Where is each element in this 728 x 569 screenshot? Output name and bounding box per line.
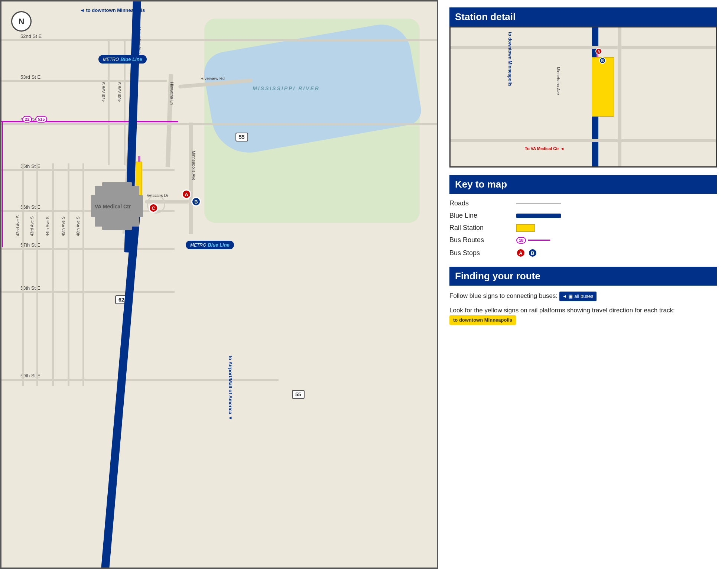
station-detail-title: Station detail — [449, 7, 717, 26]
sd-label-downtown: to downtown Minneapolis — [507, 32, 513, 87]
sd-station — [592, 57, 614, 117]
label-riverview: Riverview Rd — [201, 76, 225, 81]
key-row-roads: Roads — [449, 199, 717, 207]
key-table: Roads Blue Line Rail Station — [449, 199, 717, 257]
label-45th: 45th Ave S — [61, 217, 65, 236]
map-area: MISSISSIPPI RIVER 52nd St E 53rd St E 54… — [0, 0, 438, 569]
hwy-55-south: 55 — [292, 390, 305, 399]
key-label-busstops: Bus Stops — [449, 249, 516, 257]
road-57th — [0, 248, 175, 250]
dir-downtown: ◄ to downtown Minneapolis — [80, 7, 145, 13]
key-row-railstation: Rail Station — [449, 224, 717, 232]
bus-route-22-vert — [2, 121, 3, 247]
key-row-busstops: Bus Stops A B — [449, 248, 717, 257]
finding-route-text1: Follow blue signs to connecting buses: ◄… — [449, 291, 717, 301]
key-bus-line — [528, 240, 550, 241]
bus-stop-a: A — [182, 189, 191, 199]
sd-label-minnehaha: Minnehaha Ave — [556, 67, 560, 95]
key-label-busroutes: Bus Routes — [449, 236, 516, 244]
label-42nd: 42nd Ave S — [16, 215, 20, 236]
key-symbol-busroutes: 18 — [516, 237, 717, 244]
finding-route-title: Finding your route — [449, 267, 717, 286]
key-label-roads: Roads — [449, 199, 516, 207]
metro-label-north: METRO Blue Line — [98, 55, 147, 64]
road-59th — [0, 379, 279, 381]
road-56th — [0, 210, 175, 212]
sd-stop-a: A — [595, 48, 602, 55]
label-46th: 46th Ave S — [76, 217, 80, 236]
key-label-railstation: Rail Station — [449, 224, 516, 232]
road-43rd — [36, 163, 38, 386]
blue-line-south — [101, 204, 141, 569]
bus-stop-c: C — [149, 203, 158, 213]
key-symbol-railstation — [516, 224, 717, 232]
key-to-map-title: Key to map — [449, 175, 717, 194]
blue-sign: ◄ ▣ all buses — [559, 292, 597, 301]
road-45th — [68, 163, 69, 386]
key-symbol-blueline — [516, 214, 717, 218]
station-detail-box: to downtown Minneapolis Minnehaha Ave To… — [449, 26, 717, 168]
road-44th — [52, 163, 54, 386]
label-52nd: 52nd St E — [20, 33, 42, 39]
road-42nd — [22, 163, 24, 386]
road-46th — [82, 163, 84, 386]
finding-route-section: Finding your route Follow blue signs to … — [449, 267, 717, 325]
key-symbol-busstops: A B — [516, 248, 717, 257]
hwy-55-north: 55 — [235, 133, 248, 142]
key-row-busroutes: Bus Routes 18 — [449, 236, 717, 244]
road-52nd — [0, 39, 438, 41]
label-47th: 47th Ave S — [101, 82, 105, 102]
sd-label-va: To VA Medical Ctr ◄ — [525, 146, 564, 151]
compass: N — [11, 11, 32, 32]
key-blue-line — [516, 214, 561, 218]
sd-road-top — [451, 46, 716, 49]
station-detail-section: Station detail to downtown Minneapolis M… — [449, 7, 717, 168]
sd-stop-b: B — [599, 57, 606, 64]
label-hiawatha-ln: Hiawatha Ln — [170, 82, 174, 105]
key-row-blueline: Blue Line — [449, 212, 717, 220]
river-label: MISSISSIPPI RIVER — [253, 85, 320, 91]
label-43rd: 43rd Ave S — [30, 216, 34, 236]
key-stop-b: B — [528, 248, 537, 257]
road-58th — [0, 291, 175, 293]
sd-road-vert — [618, 27, 621, 166]
sd-road-bottom — [451, 139, 716, 142]
finding-route-text2: Look for the yellow signs on rail platfo… — [449, 306, 717, 325]
key-road-line — [516, 203, 561, 204]
label-48th: 48th Ave S — [117, 82, 121, 102]
key-station-block — [516, 224, 535, 232]
road-55th — [0, 169, 175, 171]
bus-stop-b: B — [191, 197, 201, 207]
key-stop-a: A — [516, 248, 525, 257]
va-label: VA Medical Ctr — [95, 204, 131, 209]
dir-airport: to Airport/Mall of America ▼ — [228, 356, 233, 420]
road-54th — [0, 123, 438, 125]
key-label-blueline: Blue Line — [449, 212, 516, 220]
route-badge-22: 22 — [22, 116, 32, 123]
route-badge-515: 515 — [35, 116, 47, 123]
metro-label-south: METRO Blue Line — [186, 241, 234, 249]
right-panel: Station detail to downtown Minneapolis M… — [438, 0, 728, 569]
road-53rd — [0, 80, 167, 82]
key-to-map-section: Key to map Roads Blue Line Rail Station — [449, 175, 717, 257]
label-minnehaha: Minneapolis Ave — [192, 151, 196, 181]
yellow-sign: to downtown Minneapolis — [449, 315, 516, 325]
label-53rd: 53rd St E — [20, 74, 40, 80]
label-44th: 44th Ave S — [45, 217, 50, 236]
key-symbol-roads — [516, 203, 717, 204]
key-bus-badge: 18 — [516, 237, 526, 244]
